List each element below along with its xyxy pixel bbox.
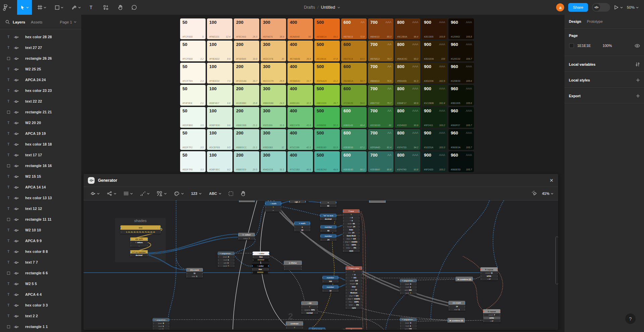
color-swatch[interactable]: 500#DFAA2041.2 (314, 63, 340, 84)
color-swatch[interactable]: 500#4EB18051.3 (314, 129, 340, 150)
color-swatch[interactable]: 800AAA#5A3C0C93.2 (395, 41, 420, 61)
hand-tool-button[interactable] (115, 0, 126, 15)
graph-node[interactable]: "w" to text (309, 327, 325, 329)
scrollbar[interactable] (555, 236, 558, 284)
color-swatch[interactable]: 200#F3D5A519.9 (234, 41, 259, 61)
graph-node[interactable]: text0, 10, 20, 30, 40, 50, 60, 70, 80, 9… (120, 225, 161, 234)
layer-row[interactable]: T◦G•text 12 12 (0, 203, 81, 214)
color-swatch[interactable]: 50#FCF5E83.2 (180, 41, 206, 61)
pen-tool-button[interactable] (69, 0, 84, 15)
layer-row[interactable]: ◦G•rectangle 1 1 (0, 321, 81, 332)
color-swatch[interactable]: 300#EDC07830 (261, 41, 286, 61)
page-selector[interactable]: Page 1 (60, 20, 76, 24)
graph-node[interactable]: "w" to textdecimal (320, 214, 336, 220)
layer-row[interactable]: ◦G•rectangle 11 11 (0, 214, 81, 225)
color-swatch[interactable]: 400#71C1B340.9 (287, 151, 313, 172)
graph-node[interactable]: ○ colorHexFFFFFF (253, 252, 269, 261)
graph-node[interactable]: number100 (322, 276, 338, 283)
color-swatch[interactable]: 500#49B65650.3 (314, 107, 340, 128)
color-swatch[interactable]: 900AAA#2E1505103.8 (422, 18, 447, 39)
color-swatch[interactable]: 800AAA#1F473394.2 (395, 129, 420, 150)
file-name[interactable]: Untitled (321, 5, 335, 10)
graph-node[interactable]: ≈ sequence…[start0mult1add1]end? (218, 252, 234, 267)
graph-node[interactable]: number60 (320, 225, 336, 232)
color-swatch[interactable]: 900AAA#0F2411103.2 (422, 107, 447, 128)
graph-node[interactable]: ≡· selectindex? (238, 233, 255, 240)
color-swatch[interactable]: 800AAA#1F474093.8 (395, 151, 420, 172)
color-swatch[interactable]: 700AA#2C6D3381 (368, 107, 393, 128)
sequence-menu[interactable] (140, 191, 150, 196)
color-swatch[interactable]: 300#92D39931.6 (261, 107, 286, 128)
color-swatch[interactable]: 600#B4781864.5 (341, 41, 367, 61)
color-swatch[interactable]: 960AAA#0B1005105.6 (448, 85, 474, 106)
color-swatch[interactable]: 100#FAE1D112.4 (207, 18, 232, 39)
main-menu-button[interactable] (0, 0, 14, 15)
chevron-down-icon[interactable] (337, 7, 340, 8)
color-swatch[interactable]: 300#94D1C631.1 (261, 151, 286, 172)
tab-design[interactable]: Design (569, 19, 581, 23)
page-color-value[interactable]: 1E1E1E (577, 44, 591, 48)
layer-row[interactable]: T◦G•text 7 7 (0, 257, 81, 268)
text-tool-button[interactable]: T (87, 0, 96, 15)
color-swatch[interactable]: 100#DCEFE69.5 (207, 129, 232, 150)
node-graph-canvas[interactable]: shades text0, 10, 20, 30, 40, 50, 60, 70… (84, 200, 558, 329)
graph-node[interactable] (369, 200, 386, 203)
color-swatch[interactable]: 100#F9EAD28.9 (207, 41, 232, 61)
shapes-menu[interactable] (157, 191, 167, 196)
graph-node[interactable]: T hex color?X0Y101width100height12Inters… (345, 266, 362, 309)
layer-row[interactable]: ◦G•rectangle 21 21 (0, 107, 81, 117)
graph-node[interactable]: [:] count14start1 (448, 301, 465, 311)
color-swatch[interactable]: 900AAA#10231A103.3 (422, 129, 447, 150)
layer-row[interactable]: T◦G•text 22 22 (0, 96, 81, 107)
color-swatch[interactable]: 200#F2DDA616.7 (234, 63, 259, 84)
color-swatch[interactable]: 700AA#2F6A4D81.4 (368, 129, 393, 150)
graph-node[interactable]: – math?– (265, 201, 281, 212)
layer-row[interactable]: T◦G•W2 10 10 (0, 225, 81, 235)
color-swatch[interactable]: 50#EDF7F23.5 (180, 129, 206, 150)
graph-node[interactable]: rgb ✓ (289, 200, 306, 203)
graph-node[interactable] (239, 200, 255, 202)
graph-node[interactable]: T text?X0Y0width60height24Intersize24Sem… (343, 209, 360, 252)
color-swatch[interactable]: 600#3E8E6667.1 (341, 129, 367, 150)
color-swatch[interactable]: 400#71C19942.1 (287, 129, 313, 150)
page-color-swatch[interactable] (569, 43, 574, 48)
search-icon[interactable] (5, 20, 10, 24)
actions-tool-button[interactable] (100, 0, 111, 15)
color-swatch[interactable]: 600#B2881A59.7 (341, 63, 367, 84)
graph-node[interactable]: [1] count11start1 (186, 268, 203, 278)
graph-node[interactable]: number12 (322, 285, 338, 292)
dev-mode-toggle[interactable]: </> (592, 3, 610, 12)
color-swatch[interactable]: 400#6EC47841.6 (287, 107, 313, 128)
numbers-menu[interactable]: 123 (191, 191, 202, 196)
generator-zoom-menu[interactable]: 41% (542, 191, 553, 196)
color-swatch[interactable]: 200#B6E2BB21.1 (234, 107, 259, 128)
color-swatch[interactable]: 500#E1961E47.8 (314, 41, 340, 61)
layer-row[interactable]: T◦G•hex color 8 8 (0, 246, 81, 257)
color-swatch[interactable]: 800AAA#394F1790.9 (395, 85, 420, 106)
color-swatch[interactable]: 700AA#55772275.7 (368, 85, 393, 106)
layer-row[interactable]: T◦G•APCA 19 19 (0, 128, 81, 139)
graph-node[interactable]: <60 (320, 201, 336, 207)
graph-node[interactable]: (✓) to numberdecimal (130, 250, 148, 257)
graph-node[interactable]: contrast? (286, 321, 303, 329)
color-swatch[interactable]: 700AA#2E6B6080.8 (368, 151, 393, 172)
graph-node[interactable]: T apca (345, 328, 362, 329)
eye-icon[interactable] (635, 44, 640, 48)
shape-tool-button[interactable] (52, 0, 66, 15)
layer-row[interactable]: T◦G•hex color 23 23 (0, 85, 81, 96)
graph-node[interactable]: × mathx10 (294, 221, 310, 231)
graph-node[interactable]: ◇ if/else (284, 261, 302, 270)
color-swatch[interactable]: 800AAA#5C2B0A96.4 (395, 18, 420, 39)
generator-node-menu[interactable]: ◦G• (90, 192, 100, 196)
color-swatch[interactable]: 960AAA#060F07105.7 (448, 107, 474, 128)
flow-menu[interactable] (107, 191, 116, 196)
color-swatch[interactable]: 500#8EC63939.7 (314, 85, 340, 106)
layer-row[interactable]: T◦G•APCA 4 4 (0, 289, 81, 300)
graph-node[interactable]: ≈ sequence…[start0mult1add128 (400, 318, 417, 329)
color-swatch[interactable]: 960AAA#120C02105.7 (448, 41, 474, 61)
color-swatch[interactable]: 50#EDF8EE3.5 (180, 107, 206, 128)
list-menu[interactable] (124, 191, 133, 196)
graph-node[interactable]: x|x splitffvalues, (130, 237, 148, 247)
color-swatch[interactable]: 800AAA#59440D91.3 (395, 63, 420, 84)
color-swatch[interactable]: 200#D2E8B015.8 (234, 85, 259, 106)
